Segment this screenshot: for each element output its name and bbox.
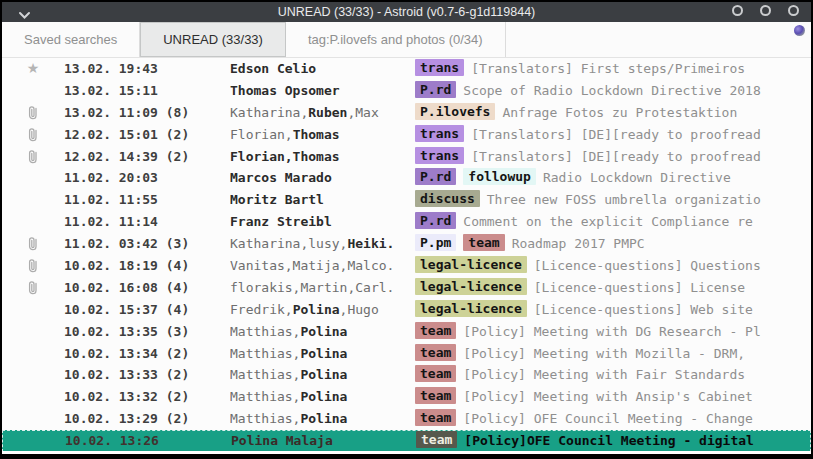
tag-chip: discuss [415, 190, 480, 207]
thread-tags: P.ilovefs [415, 105, 502, 120]
thread-tags: legal-licence [415, 258, 534, 273]
row-flag-cell: ★ [2, 258, 64, 274]
thread-authors: Katharina,lusy,Heiki. [230, 233, 415, 255]
thread-subject: [Licence-questions] Questions [534, 258, 761, 273]
thread-main: trans[Translators] First steps/Primeiros [415, 58, 811, 80]
thread-tags: team [415, 411, 463, 426]
thread-row[interactable]: ★ 10.02. 13:29 (2) Matthias,Polina team[… [2, 408, 811, 430]
titlebar: UNREAD (33/33) - Astroid (v0.7-6-g1d1198… [2, 2, 811, 22]
thread-date: 12.02. 14:39 (2) [64, 146, 230, 168]
thread-row[interactable]: ★ 12.02. 14:39 (2) Florian,Thomas trans[… [2, 146, 811, 168]
thread-subject: [Policy] Meeting with Ansip's Cabinet [463, 389, 753, 404]
thread-subject: [Policy] Meeting with Fair Standards [463, 367, 745, 382]
tag-chip: team [415, 365, 456, 382]
thread-tags: team [415, 367, 463, 382]
thread-main: team[Policy] Meeting with DG Research - … [415, 321, 811, 343]
window-button-close-icon[interactable] [788, 5, 799, 16]
tag-chip: P.rd [415, 168, 456, 185]
thread-row[interactable]: ★ 13.02. 11:09 (8) Katharina,Ruben,Max P… [2, 102, 811, 124]
thread-tags: discuss [415, 192, 487, 207]
poll-indicator-icon [794, 25, 805, 36]
thread-subject: Scope of Radio Lockdown Directive 2018 [463, 83, 760, 98]
tag-chip: team [416, 431, 457, 448]
tab-unread[interactable]: UNREAD (33/33) [140, 22, 286, 57]
thread-date: 10.02. 13:32 (2) [64, 386, 230, 408]
thread-date: 10.02. 13:29 (2) [64, 408, 230, 430]
thread-main: legal-licence[Licence-questions] Questio… [415, 255, 811, 277]
thread-date: 13.02. 15:11 [64, 80, 230, 102]
thread-authors: Matthias,Polina [230, 386, 415, 408]
thread-row[interactable]: ★ 10.02. 13:26 Polina Malaja team[Policy… [2, 430, 811, 451]
thread-subject: [Policy] OFE Council Meeting - Change [463, 411, 753, 426]
thread-row[interactable]: ★ 10.02. 13:35 (3) Matthias,Polina team[… [2, 321, 811, 343]
thread-main: team[Policy] OFE Council Meeting - Chang… [415, 408, 811, 430]
thread-row[interactable]: ★ 11.02. 20:03 Marcos Marado P.rdfollowu… [2, 167, 811, 189]
thread-date: 11.02. 11:55 [64, 189, 230, 211]
thread-main: team[Policy]OFE Council Meeting - digita… [416, 430, 810, 451]
thread-main: P.rdfollowupRadio Lockdown Directive [415, 167, 811, 189]
row-flag-cell: ★ [2, 58, 64, 80]
thread-row[interactable]: ★ 13.02. 15:11 Thomas Opsomer P.rdScope … [2, 80, 811, 102]
tag-chip: team [415, 344, 456, 361]
tag-chip: team [415, 322, 456, 339]
thread-row[interactable]: ★ 10.02. 13:33 (2) Matthias,Polina team[… [2, 364, 811, 386]
thread-date: 12.02. 15:01 (2) [64, 124, 230, 146]
thread-subject: [Translators] First steps/Primeiros [471, 61, 745, 76]
thread-authors: Thomas Opsomer [230, 80, 415, 102]
thread-row[interactable]: ★ 10.02. 15:37 (4) Fredrik,Polina,Hugo l… [2, 299, 811, 321]
row-flag-cell: ★ [2, 149, 64, 165]
thread-row[interactable]: ★ 10.02. 13:34 (2) Matthias,Polina team[… [2, 343, 811, 365]
row-flag-cell: ★ [2, 236, 64, 252]
thread-list: ★ 13.02. 19:43 Edson Celio trans[Transla… [2, 58, 811, 451]
thread-main: P.rdScope of Radio Lockdown Directive 20… [415, 80, 811, 102]
tag-chip: P.pm [415, 234, 456, 251]
thread-row[interactable]: ★ 11.02. 11:55 Moritz Bartl discussThree… [2, 189, 811, 211]
thread-subject: [Translators] [DE][ready to proofread [471, 127, 761, 142]
thread-subject: Radio Lockdown Directive [543, 170, 731, 185]
thread-main: legal-licence[Licence-questions] License [415, 277, 811, 299]
thread-date: 10.02. 16:08 (4) [64, 277, 230, 299]
thread-tags: P.rd [415, 83, 463, 98]
thread-row[interactable]: ★ 11.02. 03:42 (3) Katharina,lusy,Heiki.… [2, 233, 811, 255]
thread-date: 11.02. 03:42 (3) [64, 233, 230, 255]
thread-subject: Comment on the explicit Compliance re [463, 214, 753, 229]
thread-authors: Polina Malaja [231, 430, 416, 451]
thread-row[interactable]: ★ 10.02. 18:19 (4) Vanitas,Matija,Malco.… [2, 255, 811, 277]
thread-subject: [Policy] Meeting with Mozilla - DRM, [463, 346, 745, 361]
tab-saved-searches[interactable]: Saved searches [2, 22, 140, 57]
tag-chip: legal-licence [415, 278, 527, 295]
thread-date: 13.02. 11:09 (8) [64, 102, 230, 124]
tab-tag-search[interactable]: tag:P.ilovefs and photos (0/34) [286, 22, 506, 57]
thread-subject: [Policy]OFE Council Meeting - digital [464, 433, 754, 448]
thread-tags: legal-licence [415, 280, 534, 295]
paperclip-icon [27, 236, 39, 252]
thread-main: team[Policy] Meeting with Ansip's Cabine… [415, 386, 811, 408]
thread-date: 10.02. 13:35 (3) [64, 321, 230, 343]
thread-subject: [Policy] Meeting with DG Research - Pl [463, 324, 760, 339]
thread-tags: team [415, 389, 463, 404]
thread-main: legal-licence[Licence-questions] Web sit… [415, 299, 811, 321]
paperclip-icon [27, 149, 39, 165]
thread-row[interactable]: ★ 11.02. 11:14 Franz Streibl P.rdComment… [2, 211, 811, 233]
tag-chip: legal-licence [415, 256, 527, 273]
thread-authors: florakis,Martin,Carl. [230, 277, 415, 299]
window-button-maximize-icon[interactable] [760, 5, 771, 16]
thread-main: discussThree new FOSS umbrella organizat… [415, 189, 811, 211]
thread-tags: team [415, 324, 463, 339]
thread-authors: Matthias,Polina [230, 343, 415, 365]
thread-authors: Matthias,Polina [230, 408, 415, 430]
window-controls [732, 5, 799, 16]
tag-chip: followup [463, 168, 536, 185]
thread-row[interactable]: ★ 13.02. 19:43 Edson Celio trans[Transla… [2, 58, 811, 80]
thread-row[interactable]: ★ 10.02. 16:08 (4) florakis,Martin,Carl.… [2, 277, 811, 299]
tag-chip: trans [415, 59, 464, 76]
thread-authors: Franz Streibl [230, 211, 415, 233]
thread-tags: trans [415, 61, 471, 76]
tag-chip: P.rd [415, 81, 456, 98]
thread-row[interactable]: ★ 12.02. 15:01 (2) Florian,Thomas trans[… [2, 124, 811, 146]
thread-authors: Vanitas,Matija,Malco. [230, 255, 415, 277]
thread-row[interactable]: ★ 10.02. 13:32 (2) Matthias,Polina team[… [2, 386, 811, 408]
tag-chip: trans [415, 147, 464, 164]
window-button-minimize-icon[interactable] [732, 5, 743, 16]
thread-date: 11.02. 11:14 [64, 211, 230, 233]
